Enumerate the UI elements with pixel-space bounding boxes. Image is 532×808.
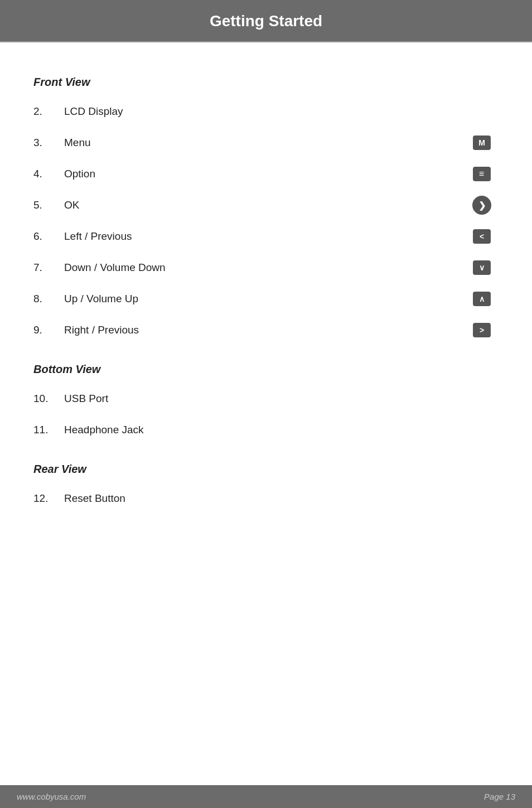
item-number: 6. — [33, 230, 64, 243]
item-label: Up / Volume Up — [64, 293, 465, 305]
item-number: 5. — [33, 199, 64, 211]
list-item: 5. OK ❯ — [33, 192, 499, 218]
footer-website: www.cobyusa.com — [17, 792, 86, 801]
item-label: Down / Volume Down — [64, 262, 465, 274]
item-label: Option — [64, 168, 465, 180]
item-label: Headphone Jack — [64, 424, 465, 436]
menu-icon: M — [473, 136, 491, 150]
page-header: Getting Started — [0, 0, 532, 41]
item-label: Right / Previous — [64, 324, 465, 336]
item-number: 2. — [33, 105, 64, 118]
item-number: 3. — [33, 137, 64, 149]
item-icon-area: < — [465, 229, 499, 244]
list-item: 6. Left / Previous < — [33, 224, 499, 249]
front-view-title: Front View — [33, 76, 499, 89]
list-item: 12. Reset Button — [33, 486, 499, 511]
item-number: 10. — [33, 393, 64, 405]
left-previous-icon: < — [473, 229, 491, 244]
item-label: Menu — [64, 137, 465, 149]
ok-icon: ❯ — [472, 196, 491, 215]
item-icon-area: M — [465, 136, 499, 150]
main-content: Front View 2. LCD Display 3. Menu M 4. O… — [0, 42, 532, 562]
item-number: 8. — [33, 293, 64, 305]
item-label: Left / Previous — [64, 230, 465, 243]
list-item: 10. USB Port — [33, 386, 499, 412]
item-number: 7. — [33, 262, 64, 274]
rear-view-title: Rear View — [33, 463, 499, 476]
item-label: OK — [64, 199, 465, 211]
header-title: Getting Started — [210, 12, 322, 30]
item-number: 11. — [33, 424, 64, 436]
item-icon-area: ∨ — [465, 260, 499, 275]
item-label: Reset Button — [64, 492, 465, 505]
item-icon-area: > — [465, 323, 499, 337]
list-item: 2. LCD Display — [33, 99, 499, 124]
right-previous-icon: > — [473, 323, 491, 337]
list-item: 3. Menu M — [33, 130, 499, 156]
item-icon-area: ❯ — [465, 196, 499, 215]
bottom-view-title: Bottom View — [33, 363, 499, 376]
item-number: 9. — [33, 324, 64, 336]
item-label: USB Port — [64, 393, 465, 405]
list-item: 11. Headphone Jack — [33, 417, 499, 443]
item-number: 4. — [33, 168, 64, 180]
list-item: 8. Up / Volume Up ∧ — [33, 286, 499, 312]
item-icon-area: ≡ — [465, 167, 499, 181]
footer-page: Page 13 — [484, 792, 515, 801]
page-footer: www.cobyusa.com Page 13 — [0, 785, 532, 808]
down-volume-down-icon: ∨ — [473, 260, 491, 275]
up-volume-up-icon: ∧ — [473, 292, 491, 306]
list-item: 4. Option ≡ — [33, 161, 499, 187]
list-item: 9. Right / Previous > — [33, 317, 499, 343]
list-item: 7. Down / Volume Down ∨ — [33, 255, 499, 280]
item-label: LCD Display — [64, 105, 465, 118]
item-number: 12. — [33, 492, 64, 505]
option-icon: ≡ — [473, 167, 491, 181]
item-icon-area: ∧ — [465, 292, 499, 306]
